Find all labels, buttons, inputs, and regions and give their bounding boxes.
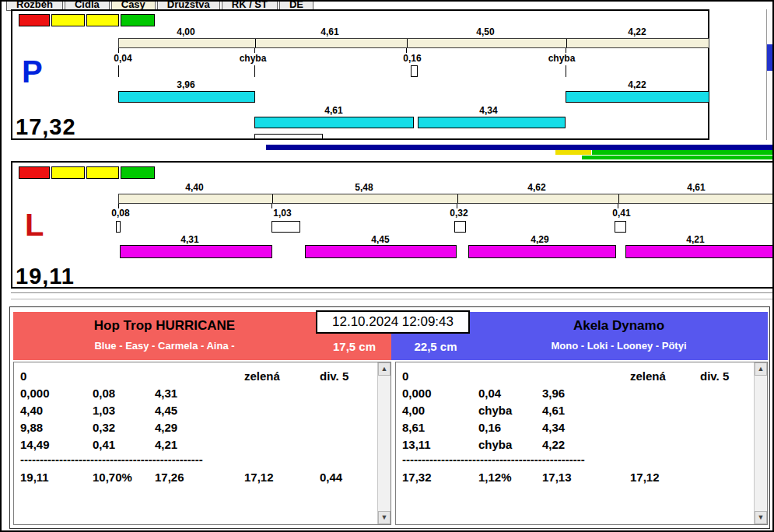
result-cell: 3,96 [542, 385, 630, 402]
scroll-up-icon[interactable]: ▲ [755, 362, 767, 376]
result-cell [244, 419, 320, 436]
run-bar [254, 117, 414, 128]
left-results-text: 0 zelená div. 5 0,000 0,08 4,31 4,40 1,0… [14, 362, 377, 524]
result-cell: 17,32 [402, 469, 478, 486]
result-cell: 4,45 [155, 402, 244, 419]
split-time-label: 5,48 [341, 182, 387, 193]
box-time-mark [454, 221, 466, 233]
light-red [19, 166, 50, 179]
result-cell: 19,11 [20, 469, 93, 486]
box-time-label: 0,16 [393, 53, 432, 64]
result-cell: 4,40 [20, 402, 93, 419]
result-cell [320, 436, 377, 453]
result-cell [700, 469, 754, 486]
split-time-label: 4,61 [673, 182, 720, 193]
left-team-name: Hop Trop HURRICANE [13, 318, 316, 334]
scroll-down-icon[interactable]: ▼ [755, 511, 767, 524]
run-time-label: 4,45 [357, 234, 404, 245]
results-scrollbar[interactable]: ▲ ▼ [377, 362, 391, 524]
split-time-label: 4,40 [171, 182, 218, 193]
results-scrollbar[interactable]: ▲ ▼ [754, 362, 767, 524]
result-cell: 4,61 [542, 402, 630, 419]
lane-l-letter: L [25, 209, 44, 240]
result-cell: div. 5 [320, 368, 377, 385]
result-row: 0,000 0,04 3,96 [402, 385, 754, 402]
run-bar [118, 91, 255, 103]
result-summary-row: 19,11 10,70% 17,26 17,12 0,44 [20, 469, 377, 486]
run-time-label: 4,22 [614, 79, 660, 90]
result-cell: 4,31 [155, 385, 244, 402]
run-bar [625, 245, 774, 258]
result-cell: 17,12 [244, 469, 320, 486]
result-cell [155, 368, 244, 385]
result-cell [700, 385, 754, 402]
scrollbar-thumb[interactable] [767, 44, 774, 71]
result-cell: 4,34 [542, 419, 630, 436]
light-green [121, 14, 155, 26]
result-cell: chyba [478, 402, 542, 419]
result-cell: 8,61 [402, 419, 478, 436]
progress-bar-yellow [555, 150, 591, 155]
result-cell [244, 385, 320, 402]
run-bar [418, 117, 566, 128]
split-time-label: 4,62 [513, 182, 560, 193]
result-row: 0 zelená div. 5 [20, 368, 377, 385]
scale-divider [457, 194, 458, 203]
split-time-label: 4,00 [163, 26, 209, 37]
right-results-panel: 0 zelená div. 5 0,000 0,04 3,96 4,00 chy… [395, 362, 768, 525]
scale-divider [407, 39, 408, 47]
result-cell [244, 436, 320, 453]
result-cell [93, 368, 155, 385]
result-cell: 17,12 [630, 469, 700, 486]
scale-divider [618, 194, 619, 203]
right-jump-height: 22,5 cm [397, 340, 475, 353]
box-time-mark [254, 65, 255, 77]
box-time-label: 0,41 [602, 208, 641, 219]
progress-bar-navy [266, 145, 774, 150]
result-row: 4,00 chyba 4,61 [402, 402, 754, 419]
result-row: 0 zelená div. 5 [402, 368, 754, 385]
tick-mark [772, 204, 773, 208]
result-cell [542, 368, 630, 385]
result-cell: 0,41 [93, 436, 155, 453]
right-team-dogs: Mono - Loki - Looney - Pötyi [470, 340, 768, 352]
result-row: 4,40 1,03 4,45 [20, 402, 377, 419]
run-time-label: 4,61 [310, 105, 357, 116]
box-time-mark [566, 65, 566, 77]
split-scale-bar [118, 194, 774, 204]
light-yellow-1 [51, 14, 85, 26]
result-cell: 0,16 [478, 419, 542, 436]
scroll-up-icon[interactable]: ▲ [378, 362, 391, 376]
empty-progress-box [254, 134, 323, 139]
right-team-name: Akela Dynamo [470, 318, 768, 334]
separator-line [11, 299, 774, 299]
box-time-label: 1,03 [263, 208, 302, 219]
scroll-down-icon[interactable]: ▼ [378, 511, 391, 524]
box-time-mark [118, 65, 119, 77]
result-cell: 4,29 [155, 419, 244, 436]
result-separator: ----------------------------------------… [20, 453, 377, 469]
result-row: 8,61 0,16 4,34 [402, 419, 754, 436]
scale-divider [272, 194, 273, 203]
result-separator: ----------------------------------------… [402, 453, 754, 469]
result-cell: 4,00 [402, 402, 478, 419]
result-cell [244, 402, 320, 419]
result-cell [630, 402, 700, 419]
result-row: 9,88 0,32 4,29 [20, 419, 377, 436]
separator-line [11, 292, 774, 293]
result-cell [320, 419, 377, 436]
run-time-label: 4,34 [465, 105, 512, 116]
result-cell: zelená [244, 368, 320, 385]
split-time-label: 4,61 [306, 26, 353, 37]
vertical-scrollbar[interactable] [766, 9, 774, 140]
result-cell [630, 385, 700, 402]
result-cell [630, 419, 700, 436]
scale-divider [566, 39, 567, 47]
run-time-label: 4,29 [517, 234, 563, 245]
box-time-mark [116, 221, 121, 233]
result-cell: 0,000 [20, 385, 93, 402]
box-time-label: 0,04 [103, 53, 142, 64]
split-time-label: 4,50 [462, 26, 509, 37]
light-yellow-2 [86, 166, 119, 179]
lane-p-panel: 4,00 4,61 4,50 4,22 0,04 chyba 0,16 chyb… [11, 9, 709, 140]
